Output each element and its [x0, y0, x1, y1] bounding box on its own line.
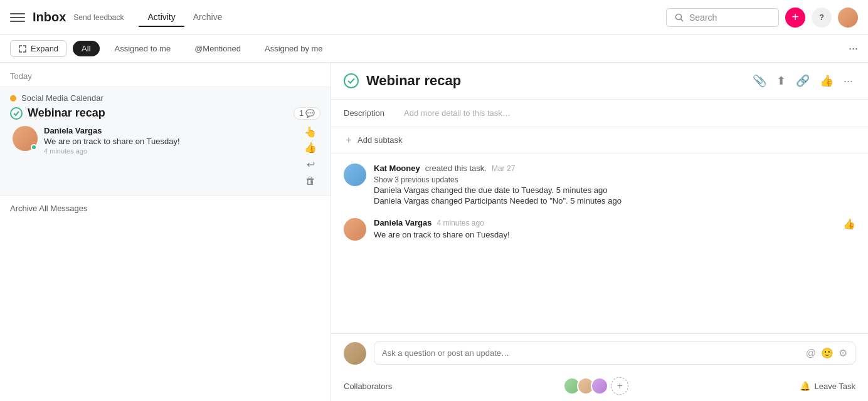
left-panel: Today Social Media Calendar Webinar reca…	[0, 63, 331, 401]
author-avatar	[13, 126, 38, 151]
task-complete-icon	[344, 73, 359, 88]
task-check-icon	[10, 107, 23, 120]
activity-body-comment: Daniela Vargas 4 minutes ago We are on t…	[374, 218, 835, 241]
search-label: Search	[689, 13, 717, 23]
badge-count: 1	[299, 109, 304, 118]
activity-item-create: Kat Mooney created this task. Mar 27 Sho…	[344, 164, 855, 206]
attach-comment-button[interactable]: ⚙	[839, 347, 847, 359]
comment-icons: @ 🙂 ⚙	[806, 347, 847, 359]
leave-task-label: Leave Task	[814, 382, 855, 391]
bell-icon: 🔔	[800, 381, 810, 391]
task-header: Webinar recap 📎 ⬆ 🔗 👍 ···	[331, 63, 868, 100]
project-name: Social Media Calendar	[21, 93, 103, 103]
subtask-section: ＋ Add subtask	[331, 127, 868, 154]
add-button[interactable]: +	[785, 8, 805, 28]
description-label: Description	[344, 108, 394, 118]
tab-archive[interactable]: Archive	[184, 8, 231, 27]
leave-task-button[interactable]: 🔔 Leave Task	[800, 381, 855, 391]
filter-more-button[interactable]: ···	[849, 42, 858, 55]
attach-button[interactable]: 📎	[750, 71, 769, 90]
filter-all[interactable]: All	[73, 41, 99, 56]
mention-button[interactable]: @	[806, 347, 816, 359]
filter-assigned-to-me[interactable]: Assigned to me	[106, 41, 180, 56]
message-body: Daniela Vargas We are on track to share …	[10, 126, 320, 188]
more-options-button[interactable]: ···	[841, 72, 855, 90]
reply-button[interactable]: ↩	[305, 157, 316, 172]
svg-line-1	[681, 19, 684, 21]
search-icon	[674, 13, 684, 23]
expand-label: Expand	[31, 44, 58, 53]
comment-section: @ 🙂 ⚙	[331, 333, 868, 372]
plus-icon: ＋	[344, 133, 354, 147]
description-placeholder[interactable]: Add more detail to this task…	[404, 108, 511, 118]
activity-header-comment: Daniela Vargas 4 minutes ago	[374, 218, 835, 227]
emoji-button[interactable]: 🙂	[821, 347, 834, 359]
comment-input-wrap[interactable]: @ 🙂 ⚙	[374, 341, 855, 365]
daniela-avatar-comment	[344, 218, 366, 241]
inbox-item[interactable]: Social Media Calendar Webinar recap 1 💬	[0, 86, 331, 196]
change-1: Daniela Vargas changed the due date to T…	[374, 185, 855, 195]
collaborators-label: Collaborators	[344, 382, 392, 391]
add-collaborator-button[interactable]: +	[611, 377, 628, 395]
activity-date-create: Mar 27	[492, 164, 515, 173]
tabs: Activity Archive	[139, 8, 231, 27]
comment-input[interactable]	[382, 348, 801, 358]
like-button-left[interactable]: 👍	[303, 140, 318, 155]
expand-icon	[18, 44, 27, 53]
collaborators-section: Collaborators + 🔔 Leave Task	[331, 372, 868, 401]
change-2: Daniela Vargas changed Participants Need…	[374, 196, 855, 206]
filter-bar: Expand All Assigned to me @Mentioned Ass…	[0, 35, 868, 63]
prev-updates-link[interactable]: Show 3 previous updates	[374, 175, 458, 184]
collaborators-avatars: +	[563, 377, 628, 395]
expand-button[interactable]: Expand	[10, 40, 66, 57]
activity-like-button[interactable]: 👍	[843, 218, 855, 230]
activity-action-create: created this task.	[425, 164, 487, 173]
right-panel: Webinar recap 📎 ⬆ 🔗 👍 ··· Description Ad…	[331, 63, 868, 401]
task-toolbar: 📎 ⬆ 🔗 👍 ···	[750, 71, 855, 90]
inbox-title: Inbox	[33, 10, 66, 24]
message-badge: 1 💬	[294, 107, 320, 120]
filter-assigned-by-me[interactable]: Assigned by me	[256, 41, 332, 56]
user-avatar[interactable]	[838, 8, 858, 28]
activity-author-daniela: Daniela Vargas	[374, 218, 432, 227]
add-subtask-button[interactable]: ＋ Add subtask	[344, 133, 855, 147]
collab-avatar-3	[591, 377, 608, 395]
task-name: Webinar recap	[28, 107, 288, 120]
task-row: Webinar recap 1 💬	[10, 107, 320, 120]
link-button[interactable]: 🔗	[793, 71, 812, 90]
svg-point-0	[676, 14, 682, 19]
badge-icon: 💬	[305, 109, 315, 118]
activity-time-comment: 4 minutes ago	[437, 219, 484, 227]
project-dot	[10, 95, 16, 102]
message-text: We are on track to share on Tuesday!	[44, 137, 297, 146]
send-feedback-link[interactable]: Send feedback	[73, 13, 124, 22]
today-label: Today	[0, 63, 331, 86]
message-content: Daniela Vargas We are on track to share …	[44, 126, 297, 155]
archive-all-link[interactable]: Archive All Messages	[0, 196, 331, 221]
message-author: Daniela Vargas	[44, 126, 297, 135]
share-button[interactable]: ⬆	[774, 71, 788, 90]
header-right: Search + ?	[666, 8, 858, 28]
activity-message-text: We are on track to share on Tuesday!	[374, 230, 835, 239]
my-avatar	[344, 342, 366, 365]
menu-icon[interactable]	[10, 10, 25, 25]
description-section: Description Add more detail to this task…	[331, 100, 868, 127]
item-top: Social Media Calendar	[10, 93, 320, 103]
activity-body-create: Kat Mooney created this task. Mar 27 Sho…	[374, 164, 855, 206]
like-button-task[interactable]: 👍	[817, 71, 836, 90]
activity-item-comment: Daniela Vargas 4 minutes ago We are on t…	[344, 218, 855, 241]
activity-feed: Kat Mooney created this task. Mar 27 Sho…	[331, 154, 868, 333]
main-layout: Today Social Media Calendar Webinar reca…	[0, 63, 868, 401]
online-indicator	[31, 144, 37, 150]
kat-avatar	[344, 164, 366, 186]
delete-button[interactable]: 🗑	[304, 174, 317, 188]
filter-mentioned[interactable]: @Mentioned	[186, 41, 250, 56]
add-subtask-label: Add subtask	[357, 135, 403, 145]
tab-activity[interactable]: Activity	[139, 8, 184, 27]
activity-header-create: Kat Mooney created this task. Mar 27	[374, 164, 855, 173]
help-button[interactable]: ?	[812, 8, 832, 28]
cursor-icon: 👆	[304, 126, 317, 138]
task-title: Webinar recap	[366, 73, 743, 89]
search-bar[interactable]: Search	[666, 8, 779, 27]
show-previous-updates: Show 3 previous updates	[374, 175, 855, 184]
